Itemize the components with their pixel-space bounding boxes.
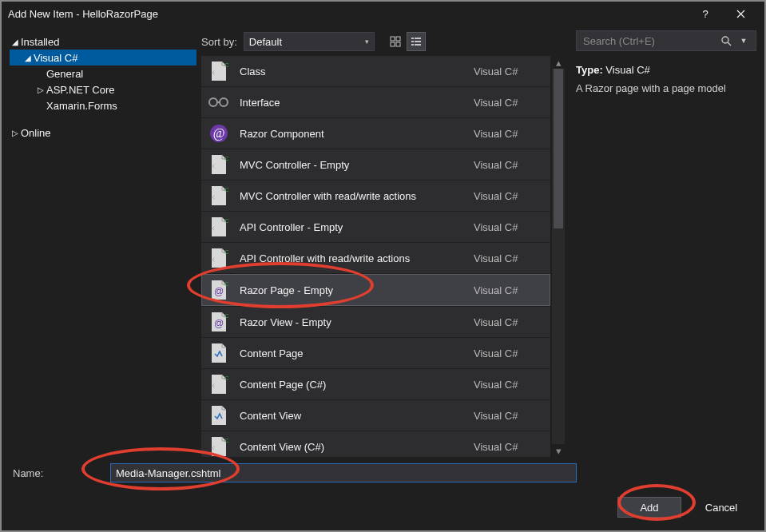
svg-text:C#: C# xyxy=(224,312,228,320)
name-input[interactable]: Media-Manager.cshtml xyxy=(110,463,577,482)
svg-rect-9 xyxy=(415,44,421,46)
template-language: Visual C# xyxy=(474,221,538,233)
template-row[interactable]: C#Content View (C#)Visual C# xyxy=(201,431,550,457)
xaml-file-icon xyxy=(208,342,230,364)
tree-label: General xyxy=(46,68,83,80)
template-row[interactable]: C#MVC Controller - EmptyVisual C# xyxy=(201,149,550,180)
svg-point-11 xyxy=(209,98,217,106)
list-icon xyxy=(411,36,422,47)
template-name: Content View (C#) xyxy=(240,441,464,453)
tree-item-xamarin-forms[interactable]: Xamarin.Forms xyxy=(10,97,196,113)
template-name: MVC Controller - Empty xyxy=(240,159,464,171)
tree-item-installed[interactable]: ◢Installed xyxy=(10,34,196,50)
svg-text:C#: C# xyxy=(224,186,228,193)
template-row[interactable]: C#ClassVisual C# xyxy=(201,56,550,86)
template-list[interactable]: C#ClassVisual C#InterfaceVisual C#@Razor… xyxy=(201,56,550,457)
search-dropdown-icon[interactable]: ▼ xyxy=(735,37,752,45)
svg-point-26 xyxy=(722,37,728,43)
close-button[interactable] xyxy=(723,2,758,26)
cancel-button-label: Cancel xyxy=(705,502,737,514)
help-button[interactable]: ? xyxy=(688,2,723,26)
tree-label: Online xyxy=(21,127,51,139)
tree-item-aspnet-core[interactable]: ▷ASP.NET Core xyxy=(10,81,196,97)
search-placeholder: Search (Ctrl+E) xyxy=(580,35,717,47)
template-row[interactable]: @C#Razor Page - EmptyVisual C# xyxy=(201,274,550,306)
scroll-down-icon[interactable]: ▾ xyxy=(552,444,565,457)
template-center: Sort by: Default ▾ C#ClassVisual C#Inter… xyxy=(201,26,565,457)
razor-page-icon: @C# xyxy=(208,311,230,333)
template-name: API Controller with read/write actions xyxy=(240,252,464,264)
sort-combo[interactable]: Default ▾ xyxy=(244,32,375,51)
template-row[interactable]: C#API Controller with read/write actions… xyxy=(201,243,550,273)
tree-item-visual-csharp[interactable]: ◢Visual C# xyxy=(10,50,196,66)
svg-text:C#: C# xyxy=(224,280,228,288)
template-row[interactable]: @Razor ComponentVisual C# xyxy=(201,118,550,149)
razor-page-icon: @C# xyxy=(208,279,230,301)
template-language: Visual C# xyxy=(474,379,538,391)
template-row[interactable]: @C#Razor View - EmptyVisual C# xyxy=(201,307,550,337)
tree-label: Visual C# xyxy=(34,52,77,64)
view-details-button[interactable] xyxy=(407,32,426,51)
bottom-panel: Name: Media-Manager.cshtml Add Cancel xyxy=(2,457,764,530)
add-button[interactable]: Add xyxy=(617,497,681,518)
template-name: Interface xyxy=(240,97,464,109)
template-language: Visual C# xyxy=(474,316,538,328)
tree-item-online[interactable]: ▷Online xyxy=(10,125,196,141)
template-row[interactable]: Content PageVisual C# xyxy=(201,338,550,368)
scrollbar[interactable]: ▴ ▾ xyxy=(552,56,565,457)
svg-rect-8 xyxy=(411,44,414,46)
interface-icon xyxy=(208,91,230,113)
svg-rect-5 xyxy=(415,38,421,39)
svg-text:C#: C# xyxy=(224,62,228,69)
svg-rect-4 xyxy=(411,38,414,39)
cs-file-icon: C# xyxy=(208,373,230,395)
view-large-icons-button[interactable] xyxy=(386,32,405,51)
scroll-thumb[interactable] xyxy=(554,69,563,228)
template-language: Visual C# xyxy=(474,441,538,453)
tree-label: ASP.NET Core xyxy=(46,84,115,96)
svg-text:C#: C# xyxy=(224,248,228,256)
add-button-label: Add xyxy=(640,502,658,514)
scroll-track[interactable] xyxy=(552,69,565,444)
scroll-up-icon[interactable]: ▴ xyxy=(552,56,565,69)
template-language: Visual C# xyxy=(474,190,538,202)
search-box[interactable]: Search (Ctrl+E) ▼ xyxy=(576,30,756,51)
svg-text:C#: C# xyxy=(224,155,228,162)
svg-rect-6 xyxy=(411,41,414,42)
button-row: Add Cancel xyxy=(13,497,753,518)
sort-toolbar: Sort by: Default ▾ xyxy=(201,26,565,56)
add-new-item-dialog: Add New Item - HelloRazorPage ? ◢Install… xyxy=(0,0,766,532)
view-toggle xyxy=(386,32,426,51)
svg-line-27 xyxy=(728,42,731,46)
template-list-wrap: C#ClassVisual C#InterfaceVisual C#@Razor… xyxy=(201,56,565,457)
template-language: Visual C# xyxy=(474,252,538,264)
name-label: Name: xyxy=(13,467,101,479)
cs-file-icon: C# xyxy=(208,247,230,269)
type-value: Visual C# xyxy=(605,64,649,76)
template-row[interactable]: C#MVC Controller with read/write actions… xyxy=(201,181,550,211)
template-name: Razor Component xyxy=(240,128,464,140)
cancel-button[interactable]: Cancel xyxy=(689,497,753,518)
cs-file-icon: C# xyxy=(208,60,230,82)
twisty-expanded-icon: ◢ xyxy=(10,38,21,46)
template-row[interactable]: C#Content Page (C#)Visual C# xyxy=(201,369,550,399)
template-row[interactable]: C#API Controller - EmptyVisual C# xyxy=(201,212,550,242)
window-title: Add New Item - HelloRazorPage xyxy=(8,8,688,20)
grid-icon xyxy=(390,36,401,47)
svg-rect-1 xyxy=(396,37,400,41)
template-name: Content Page (C#) xyxy=(240,379,464,391)
search-icon[interactable] xyxy=(717,35,735,46)
template-name: Razor Page - Empty xyxy=(240,284,464,296)
main-area: ◢Installed ◢Visual C# General ▷ASP.NET C… xyxy=(2,26,764,457)
template-name: Razor View - Empty xyxy=(240,316,464,328)
twisty-expanded-icon: ◢ xyxy=(22,54,34,62)
tree-label: Installed xyxy=(21,36,59,48)
name-row: Name: Media-Manager.cshtml xyxy=(13,463,753,482)
template-row[interactable]: InterfaceVisual C# xyxy=(201,87,550,117)
svg-text:C#: C# xyxy=(224,217,228,224)
cs-file-icon: C# xyxy=(208,153,230,176)
template-row[interactable]: Content ViewVisual C# xyxy=(201,400,550,431)
tree-item-general[interactable]: General xyxy=(10,66,196,81)
svg-rect-7 xyxy=(415,41,421,42)
xaml-file-icon xyxy=(208,404,230,427)
